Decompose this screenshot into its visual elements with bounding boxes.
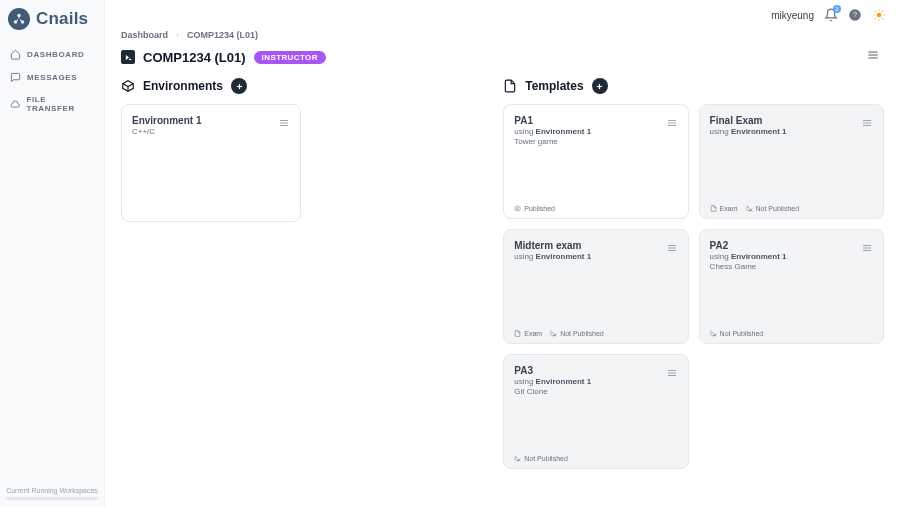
template-tags: ExamNot Published bbox=[514, 330, 677, 337]
template-tag: Not Published bbox=[550, 330, 604, 337]
role-badge: INSTRUCTOR bbox=[254, 51, 326, 64]
breadcrumb-item[interactable]: Dashboard bbox=[121, 30, 168, 40]
document-icon bbox=[503, 79, 517, 93]
templates-heading: Templates bbox=[525, 79, 583, 93]
svg-point-5 bbox=[877, 13, 882, 18]
brand-icon bbox=[8, 8, 30, 30]
svg-point-0 bbox=[17, 14, 21, 18]
template-tag: Exam bbox=[710, 205, 738, 212]
sidebar-item-label: FILE TRANSFER bbox=[26, 95, 94, 113]
breadcrumb-separator: › bbox=[176, 30, 179, 40]
template-card[interactable]: Midterm examusing Environment 1ExamNot P… bbox=[503, 229, 688, 344]
template-title: Final Exam bbox=[710, 115, 873, 126]
help-icon[interactable]: ? bbox=[848, 8, 862, 22]
topbar: mikyeung 1 ? bbox=[105, 0, 900, 24]
template-title: PA1 bbox=[514, 115, 677, 126]
brand-logo[interactable]: Cnails bbox=[0, 8, 104, 40]
sidebar-item-label: DASHBOARD bbox=[27, 50, 84, 59]
environment-title: Environment 1 bbox=[132, 115, 290, 126]
card-menu-icon[interactable] bbox=[666, 115, 678, 133]
templates-heading-row: Templates bbox=[503, 78, 884, 94]
environments-heading: Environments bbox=[143, 79, 223, 93]
add-template-button[interactable] bbox=[592, 78, 608, 94]
template-tags: Published bbox=[514, 205, 677, 212]
template-title: Midterm exam bbox=[514, 240, 677, 251]
template-subtitle: using Environment 1 bbox=[710, 252, 873, 261]
sidebar-item-messages[interactable]: MESSAGES bbox=[6, 67, 98, 88]
template-tag: Published bbox=[514, 205, 555, 212]
notification-badge: 1 bbox=[833, 5, 841, 13]
breadcrumb-item[interactable]: COMP1234 (L01) bbox=[187, 30, 258, 40]
template-subtitle: using Environment 1 bbox=[514, 377, 677, 386]
template-description: Tower game bbox=[514, 137, 677, 146]
template-description: Git Clone bbox=[514, 387, 677, 396]
template-title: PA2 bbox=[710, 240, 873, 251]
svg-line-12 bbox=[875, 18, 876, 19]
template-subtitle: using Environment 1 bbox=[514, 127, 677, 136]
page-title-row: COMP1234 (L01) INSTRUCTOR bbox=[105, 40, 900, 66]
theme-toggle-icon[interactable] bbox=[872, 8, 886, 22]
template-title: PA3 bbox=[514, 365, 677, 376]
template-tags: Not Published bbox=[514, 455, 677, 462]
template-subtitle: using Environment 1 bbox=[514, 252, 677, 261]
templates-section: Templates PA1using Environment 1Tower ga… bbox=[503, 78, 884, 494]
content-columns: Environments Environment 1 C++/C Templat… bbox=[105, 66, 900, 506]
card-menu-icon[interactable] bbox=[861, 115, 873, 133]
template-tag: Not Published bbox=[710, 330, 764, 337]
svg-text:?: ? bbox=[853, 11, 857, 18]
cube-icon bbox=[121, 79, 135, 93]
template-card[interactable]: PA2using Environment 1Chess GameNot Publ… bbox=[699, 229, 884, 344]
page-menu-icon[interactable] bbox=[866, 48, 880, 66]
breadcrumb: Dashboard › COMP1234 (L01) bbox=[105, 24, 900, 40]
card-menu-icon[interactable] bbox=[278, 115, 290, 133]
template-tags: Not Published bbox=[710, 330, 873, 337]
main: mikyeung 1 ? Dashboard › COMP1234 (L01) … bbox=[105, 0, 900, 506]
template-card[interactable]: PA3using Environment 1Git CloneNot Publi… bbox=[503, 354, 688, 469]
template-subtitle: using Environment 1 bbox=[710, 127, 873, 136]
template-tags: ExamNot Published bbox=[710, 205, 873, 212]
sidebar-item-file-transfer[interactable]: FILE TRANSFER bbox=[6, 90, 98, 118]
card-menu-icon[interactable] bbox=[861, 240, 873, 258]
card-menu-icon[interactable] bbox=[666, 365, 678, 383]
template-tag: Not Published bbox=[514, 455, 568, 462]
template-tag: Exam bbox=[514, 330, 542, 337]
sidebar-footer: Current Running Workspaces bbox=[0, 487, 104, 500]
template-card[interactable]: PA1using Environment 1Tower gamePublishe… bbox=[503, 104, 688, 219]
sidebar-item-label: MESSAGES bbox=[27, 73, 77, 82]
sidebar-item-dashboard[interactable]: DASHBOARD bbox=[6, 44, 98, 65]
card-menu-icon[interactable] bbox=[666, 240, 678, 258]
environment-subtitle: C++/C bbox=[132, 127, 290, 136]
svg-line-9 bbox=[882, 18, 883, 19]
add-environment-button[interactable] bbox=[231, 78, 247, 94]
environments-section: Environments Environment 1 C++/C bbox=[121, 78, 487, 494]
svg-line-13 bbox=[882, 11, 883, 12]
terminal-icon bbox=[121, 50, 135, 64]
environments-heading-row: Environments bbox=[121, 78, 487, 94]
templates-grid: PA1using Environment 1Tower gamePublishe… bbox=[503, 104, 884, 469]
template-description: Chess Game bbox=[710, 262, 873, 271]
brand-name: Cnails bbox=[36, 9, 88, 29]
username[interactable]: mikyeung bbox=[771, 10, 814, 21]
svg-point-28 bbox=[517, 208, 519, 210]
template-tag: Not Published bbox=[746, 205, 800, 212]
template-card[interactable]: Final Examusing Environment 1ExamNot Pub… bbox=[699, 104, 884, 219]
workspace-progress-bar bbox=[6, 497, 98, 500]
bell-icon[interactable]: 1 bbox=[824, 8, 838, 22]
sidebar: Cnails DASHBOARD MESSAGES FILE TRANSFER … bbox=[0, 0, 105, 506]
workspace-footer-label: Current Running Workspaces bbox=[6, 487, 98, 494]
environment-card[interactable]: Environment 1 C++/C bbox=[121, 104, 301, 222]
page-title: COMP1234 (L01) bbox=[143, 50, 246, 65]
sidebar-nav: DASHBOARD MESSAGES FILE TRANSFER bbox=[0, 40, 104, 122]
svg-line-8 bbox=[875, 11, 876, 12]
